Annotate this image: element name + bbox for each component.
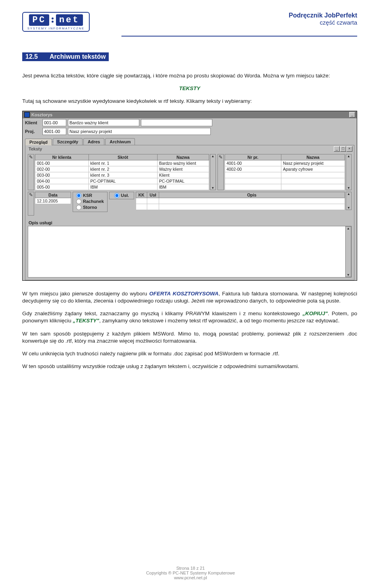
page-header: PC net SYSTEMY INFORMATYCZNE Podręcznik … [22, 12, 357, 32]
inner-title: Teksty [29, 147, 42, 151]
tab-szczegoly[interactable]: Szczegóły [53, 138, 83, 145]
klient-extra-field[interactable] [141, 119, 212, 126]
table-row: 001-00klient nr. 1Bardzo ważny klient [35, 160, 209, 166]
keyword-teksty2: „TEKSTY" [73, 318, 99, 324]
table-row: 004-00PC-OPTIMALPC-OPTIMAL [35, 178, 209, 184]
window-title: Kosztorys [31, 112, 52, 117]
description-textarea[interactable]: ▲▼ [28, 226, 352, 278]
paragraph: W ten sam sposób postępujemy z każdym pl… [22, 330, 357, 345]
table-row [136, 204, 344, 210]
paragraph: W ten sposób ustaliliśmy wszystkie rodza… [22, 363, 357, 370]
projects-table[interactable]: Nr pr. Nazwa 4001-00Nasz pierwszy projek… [225, 154, 345, 190]
klient-name-field[interactable]: Bardzo ważny klient [68, 119, 139, 126]
paragraph: W celu uniknięcia tych trudności należy … [22, 350, 357, 357]
table-row [225, 184, 344, 190]
col-header[interactable]: Usł [147, 192, 159, 198]
footer: Strona 18 z 21 Copyrights ® PC-NET Syste… [0, 566, 381, 580]
tab-archiwum[interactable]: Archiwum [105, 138, 135, 145]
row-selector[interactable]: ✎ [28, 192, 34, 216]
copyright: Copyrights ® PC-NET Systemy Komputerowe [0, 571, 381, 575]
scrollbar[interactable]: ▲▼ [345, 226, 351, 277]
app-icon [24, 112, 30, 118]
proj-code-field[interactable]: 4001-00 [42, 128, 66, 135]
clients-table[interactable]: Nr klienta Skrót Nazwa 001-00klient nr. … [35, 154, 209, 190]
table-row [136, 198, 344, 204]
paragraph: Tutaj są schowane wszystkie wyedytowane … [22, 98, 357, 105]
col-header[interactable]: Nr pr. [225, 154, 281, 160]
section-heading: 12.5 Archiwum tekstów [22, 52, 109, 61]
logo-text-right: net [56, 14, 83, 26]
table-row: 005-00IBMIBM [35, 184, 209, 190]
row-selector[interactable]: ✎ [28, 154, 34, 190]
tab-adres[interactable]: Adres [83, 138, 104, 145]
section-number: 12.5 [25, 53, 38, 60]
label-opis: Opis usługi [25, 219, 354, 226]
scrollbar[interactable]: ▲▼ [346, 154, 352, 190]
section-title: Archiwum tekstów [50, 53, 106, 60]
col-header[interactable]: Nazwa [157, 154, 209, 160]
keyword-kopiuj: „KOPIUJ" [302, 310, 327, 316]
label-klient: Klient [25, 120, 41, 125]
table-row: 4002-00Aparaty cyfrowe [225, 166, 344, 172]
table-row [225, 178, 344, 184]
col-header[interactable]: Nr klienta [35, 154, 89, 160]
radio-storno[interactable]: Storno [76, 205, 104, 210]
minimize-icon[interactable]: _ [349, 112, 355, 118]
proj-name-field[interactable]: Nasz pierwszy projekt [68, 128, 211, 135]
doc-subtitle: część czwarta [289, 19, 358, 26]
tab-przeglad[interactable]: Przegląd [25, 139, 52, 145]
table-row: 002-00klient nr. 2Ważny klient [35, 166, 209, 172]
col-header[interactable]: KK [136, 192, 147, 198]
tab-bar: Przegląd Szczegóły Adres Archiwum [25, 138, 354, 145]
logo: PC net SYSTEMY INFORMATYCZNE [22, 12, 90, 32]
minimize-icon[interactable]: _ [334, 146, 340, 152]
table-row: 003-00klient nr. 3Klient [35, 172, 209, 178]
paragraph: W tym miejscu jako pierwsze dostajemy do… [22, 290, 357, 305]
row-selector[interactable]: ✎ [217, 154, 224, 190]
footer-link[interactable]: www.pcnet.net.pl [174, 575, 207, 580]
maximize-icon[interactable]: □ [340, 146, 346, 152]
keyword-teksty: TEKSTY [179, 85, 200, 91]
titlebar[interactable]: Kosztorys _ [23, 111, 357, 118]
close-icon[interactable]: × [346, 146, 352, 152]
paragraph: Jest pewna liczba tekstów, które ciągle … [22, 72, 357, 79]
usl-radio-group: Usł. [109, 192, 134, 199]
doc-title: Podręcznik JobPerfekt [289, 12, 358, 19]
keyword-oferta: OFERTA KOSZTORYSOWA [149, 291, 219, 297]
paragraph: Gdy znaleźliśmy żądany tekst, zaznaczamy… [22, 310, 357, 324]
table-row: 4001-00Nasz pierwszy projekt [225, 160, 344, 166]
table-row [225, 172, 344, 178]
col-header[interactable]: Nazwa [281, 154, 345, 160]
logo-subtitle: SYSTEMY INFORMATYCZNE [25, 27, 87, 30]
col-header[interactable]: Data [35, 192, 71, 198]
col-header[interactable]: Opis [159, 192, 344, 198]
page-number: Strona 18 z 21 [0, 566, 381, 571]
radio-rachunek[interactable]: Rachunek [76, 199, 104, 204]
scrollbar[interactable]: ▲▼ [346, 192, 352, 210]
col-header[interactable]: Skrót [89, 154, 157, 160]
inner-window: Teksty _ □ × ✎ Nr klienta Skrót Nazwa [25, 145, 354, 280]
scrollbar[interactable]: ▲▼ [210, 154, 216, 190]
type-radio-group: KSR Rachunek Storno [73, 192, 108, 212]
radio-ksr[interactable]: KSR [76, 193, 104, 198]
date-field[interactable]: 12.10.2005 [35, 198, 71, 204]
klient-code-field[interactable]: 001-00 [42, 119, 66, 126]
radio-usl[interactable]: Usł. [114, 193, 129, 198]
label-proj: Proj. [25, 129, 41, 134]
logo-text-left: PC [29, 14, 49, 26]
app-window: Kosztorys _ Klient 001-00 Bardzo ważny k… [22, 111, 357, 281]
header-rule [121, 36, 357, 37]
